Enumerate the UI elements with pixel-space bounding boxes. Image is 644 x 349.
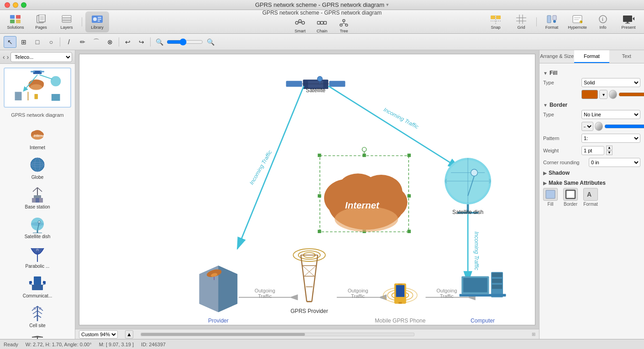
title-bar: GPRS network scheme - GPRS network diagr… xyxy=(0,0,644,10)
symbol-globe[interactable]: Globe xyxy=(2,153,73,182)
symbol-satellite-dish[interactable]: Satellite dish xyxy=(2,212,73,242)
zoom-in-tool[interactable]: 🔍 xyxy=(204,36,217,48)
present-button[interactable]: Present xyxy=(617,11,640,32)
make-same-fill[interactable]: Fill xyxy=(543,188,558,207)
svg-rect-0 xyxy=(10,15,15,19)
symbol-cell-site-icon xyxy=(26,304,48,322)
fill-color-arrow[interactable]: ▾ xyxy=(599,90,607,99)
border-section-header[interactable]: ▼ Border xyxy=(543,102,640,108)
chain-button[interactable]: Chain xyxy=(312,17,332,34)
zoom-slider[interactable] xyxy=(167,38,203,46)
shadow-section-header[interactable]: ▶ Shadow xyxy=(543,170,640,176)
rect-tool[interactable]: □ xyxy=(31,36,44,48)
tree-button[interactable]: Tree xyxy=(334,17,354,34)
fill-gradient-toggle[interactable] xyxy=(609,90,617,99)
fill-type-select[interactable]: Solid xyxy=(581,78,640,87)
symbol-antenna[interactable]: Antenna xyxy=(2,331,73,339)
hypernote-button[interactable]: ! Hypernote xyxy=(565,11,589,32)
border-style-select[interactable]: — xyxy=(581,122,593,131)
symbol-base-station[interactable]: Base station xyxy=(2,182,73,212)
separator-2 xyxy=(536,17,537,26)
zoom-select[interactable]: Custom 94% xyxy=(79,330,118,339)
make-same-section-header[interactable]: ▶ Make Same Attributes xyxy=(543,180,640,186)
fill-section-header[interactable]: ▼ Fill xyxy=(543,70,640,76)
fill-color-swatch[interactable] xyxy=(581,90,598,99)
border-opacity-slider[interactable] xyxy=(604,123,644,130)
symbol-communicat-label: Communicat... xyxy=(23,293,52,298)
make-same-format[interactable]: A Format xyxy=(583,188,598,207)
close-button[interactable] xyxy=(5,2,10,8)
line-tool[interactable]: / xyxy=(63,36,75,48)
redo-tool[interactable]: ↪ xyxy=(135,36,148,48)
scroll-bar[interactable] xyxy=(141,333,414,336)
symbol-communicat[interactable]: Communicat... xyxy=(2,271,73,301)
svg-point-19 xyxy=(302,21,304,24)
grid-label: Grid xyxy=(517,25,525,30)
svg-rect-139 xyxy=(318,194,321,198)
border-type-select[interactable]: No Line xyxy=(581,110,640,119)
diagram-toolbar: ↖ ⊞ □ ○ / ✏ ⌒ ⊗ ↩ ↪ 🔍 🔍 xyxy=(0,34,644,50)
info-button[interactable]: i Info xyxy=(591,11,615,32)
symbol-internet[interactable]: Internet Internet xyxy=(2,123,73,153)
library-button[interactable]: Library xyxy=(85,11,109,32)
svg-point-26 xyxy=(343,19,345,21)
border-color-picker: — xyxy=(581,122,644,131)
smart-draw-tool[interactable]: ⌒ xyxy=(90,36,103,48)
nav-back[interactable]: ‹ xyxy=(3,53,5,61)
resize-tool[interactable]: ⊞ xyxy=(17,36,30,48)
tab-text[interactable]: Text xyxy=(609,50,644,63)
weight-down[interactable]: ▼ xyxy=(606,151,613,155)
grid-icon xyxy=(515,14,528,24)
zoom-out-tool[interactable]: 🔍 xyxy=(153,36,166,48)
tab-arrange-size[interactable]: Arrange & Size xyxy=(539,50,574,63)
canvas-wrapper[interactable]: Satellite Incoming Traffic Incoming Traf… xyxy=(79,54,535,325)
corner-rounding-select[interactable]: 0 in xyxy=(589,158,640,167)
border-pattern-select[interactable]: 1: xyxy=(581,134,640,143)
diagram-svg[interactable]: Satellite Incoming Traffic Incoming Traf… xyxy=(79,54,535,325)
circle-tool[interactable]: ○ xyxy=(45,36,58,48)
border-weight-input[interactable] xyxy=(581,146,604,155)
undo-tool[interactable]: ↩ xyxy=(121,36,134,48)
gprs-provider-element xyxy=(293,249,325,302)
zoom-stepper-up[interactable]: ▲ xyxy=(125,330,133,339)
svg-line-129 xyxy=(237,86,304,249)
resize-corner[interactable]: ⊞ xyxy=(532,332,535,337)
format-button[interactable]: Format xyxy=(540,11,564,32)
border-gradient-toggle[interactable] xyxy=(595,122,603,131)
svg-point-84 xyxy=(31,222,44,226)
format-label: Format xyxy=(545,25,559,30)
symbol-parabolic[interactable]: Parabolic ... xyxy=(2,242,73,271)
toolbar-left: Solutions Pages xyxy=(4,11,109,32)
minimize-button[interactable] xyxy=(13,2,18,8)
select-tool[interactable]: ↖ xyxy=(4,36,16,48)
layers-button[interactable]: Layers xyxy=(55,11,79,32)
svg-rect-195 xyxy=(566,190,575,198)
snap-button[interactable]: Snap xyxy=(484,11,508,32)
pages-button[interactable]: Pages xyxy=(29,11,53,32)
status-id: ID: 246397 xyxy=(141,342,166,347)
status-bar: Ready W: 2.72, H: 1.70, Angle: 0.00° M: … xyxy=(0,339,644,349)
weight-up[interactable]: ▲ xyxy=(606,146,613,150)
symbol-base-station-label: Base station xyxy=(25,204,50,209)
solutions-button[interactable]: Solutions xyxy=(4,11,27,32)
make-same-border-label: Border xyxy=(564,202,577,207)
smart-button[interactable]: Smart xyxy=(290,17,310,34)
stamp-tool[interactable]: ⊗ xyxy=(104,36,116,48)
fill-opacity-slider[interactable] xyxy=(618,91,644,98)
symbol-cell-site[interactable]: Cell site xyxy=(2,301,73,331)
fill-color-row: ▾ xyxy=(543,90,640,99)
diagram-thumbnail[interactable] xyxy=(4,68,71,108)
svg-line-96 xyxy=(29,284,32,285)
tab-format[interactable]: Format xyxy=(574,50,609,63)
info-icon: i xyxy=(597,14,609,24)
outgoing-traffic-3-label: Outgoing xyxy=(436,288,457,293)
svg-point-106 xyxy=(39,307,42,310)
sidebar-category-select[interactable]: Teleco... xyxy=(10,52,72,62)
svg-rect-40 xyxy=(547,16,551,23)
diagram-title: GPRS network diagram xyxy=(0,111,75,121)
pen-tool[interactable]: ✏ xyxy=(76,36,89,48)
grid-button[interactable]: Grid xyxy=(509,11,533,32)
make-same-border[interactable]: Border xyxy=(563,188,578,207)
nav-forward[interactable]: › xyxy=(7,53,9,61)
maximize-button[interactable] xyxy=(21,2,26,8)
